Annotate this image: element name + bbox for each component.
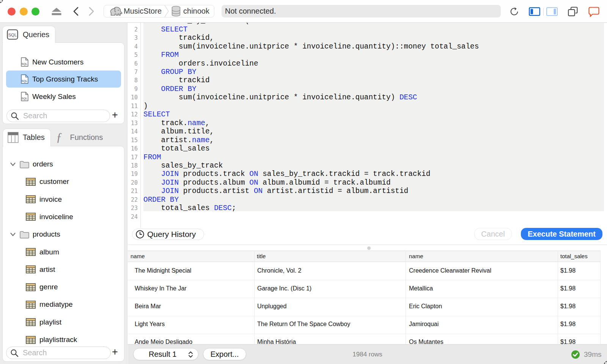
svg-text:SQL: SQL: [22, 97, 28, 100]
svg-text:SQL: SQL: [8, 33, 17, 37]
svg-text:SQL: SQL: [22, 62, 28, 66]
svg-text:SQL: SQL: [22, 79, 28, 83]
